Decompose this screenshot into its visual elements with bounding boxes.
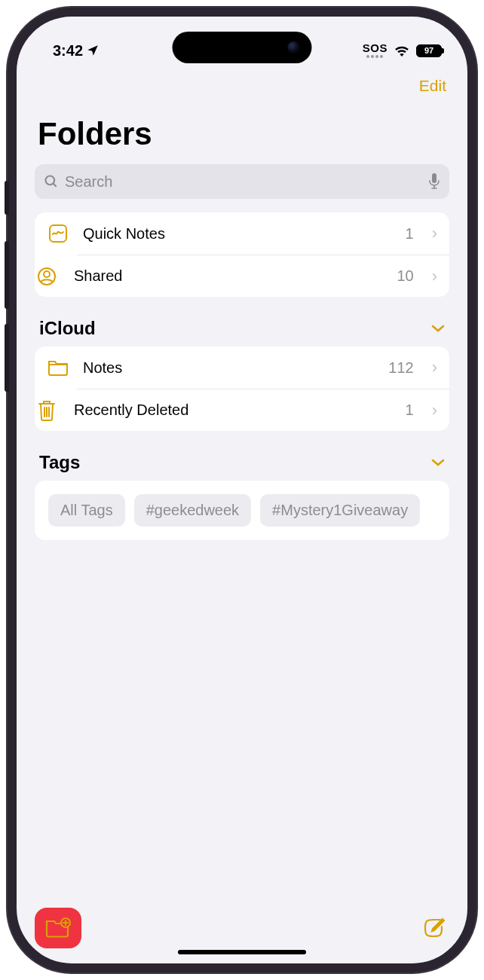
new-folder-button[interactable] — [35, 908, 81, 948]
tag-chip[interactable]: #Mystery1Giveaway — [260, 494, 420, 527]
chevron-right-icon: › — [432, 358, 437, 377]
location-icon — [86, 44, 100, 57]
folder-count: 1 — [406, 401, 414, 419]
svg-line-1 — [54, 184, 57, 187]
section-header-icloud[interactable]: iCloud — [17, 315, 467, 347]
page-title: Folders — [17, 95, 467, 160]
sos-indicator: SOS — [363, 44, 388, 58]
tag-chip[interactable]: All Tags — [48, 494, 125, 527]
folder-row-recently-deleted[interactable]: Recently Deleted 1 › — [77, 389, 449, 431]
home-indicator[interactable] — [178, 950, 306, 954]
new-folder-icon — [44, 917, 72, 939]
edit-button[interactable]: Edit — [419, 77, 446, 95]
folder-label: Quick Notes — [83, 225, 392, 243]
microphone-icon[interactable] — [428, 173, 440, 190]
status-time: 3:42 — [53, 42, 83, 60]
svg-rect-2 — [432, 173, 437, 183]
folder-label: Recently Deleted — [74, 401, 392, 419]
svg-rect-3 — [50, 225, 66, 242]
svg-point-5 — [44, 271, 50, 277]
chevron-down-icon — [431, 324, 445, 333]
search-icon — [44, 174, 59, 189]
tags-card: All Tags #geekedweek #Mystery1Giveaway — [35, 481, 449, 540]
search-placeholder: Search — [65, 173, 112, 191]
icloud-folders-card: Notes 112 › Recently Deleted 1 › — [35, 347, 449, 431]
chevron-right-icon: › — [432, 401, 437, 420]
compose-button[interactable] — [422, 917, 445, 939]
folder-row-notes[interactable]: Notes 112 › — [35, 347, 449, 389]
folder-count: 1 — [406, 225, 414, 243]
folder-label: Shared — [74, 267, 383, 285]
folder-row-shared[interactable]: Shared 10 › — [77, 255, 449, 297]
section-header-tags[interactable]: Tags — [17, 449, 467, 481]
folder-row-quick-notes[interactable]: Quick Notes 1 › — [35, 212, 449, 255]
chevron-right-icon: › — [432, 267, 437, 286]
folder-icon — [47, 359, 69, 377]
tag-chip[interactable]: #geekedweek — [134, 494, 251, 527]
dynamic-island — [173, 32, 312, 63]
battery-indicator: 97 — [416, 44, 442, 57]
folder-count: 112 — [388, 359, 413, 377]
folder-label: Notes — [83, 359, 375, 377]
section-title: Tags — [39, 452, 80, 473]
folder-count: 10 — [397, 267, 413, 285]
chevron-right-icon: › — [432, 224, 437, 243]
chevron-down-icon — [431, 458, 445, 467]
top-folders-card: Quick Notes 1 › Shared 10 › — [35, 212, 449, 297]
svg-point-0 — [46, 176, 55, 185]
trash-icon — [35, 399, 60, 422]
shared-icon — [35, 266, 60, 287]
search-input[interactable]: Search — [35, 164, 449, 199]
quicknote-icon — [47, 223, 69, 244]
wifi-icon — [394, 44, 410, 56]
section-title: iCloud — [39, 318, 96, 339]
